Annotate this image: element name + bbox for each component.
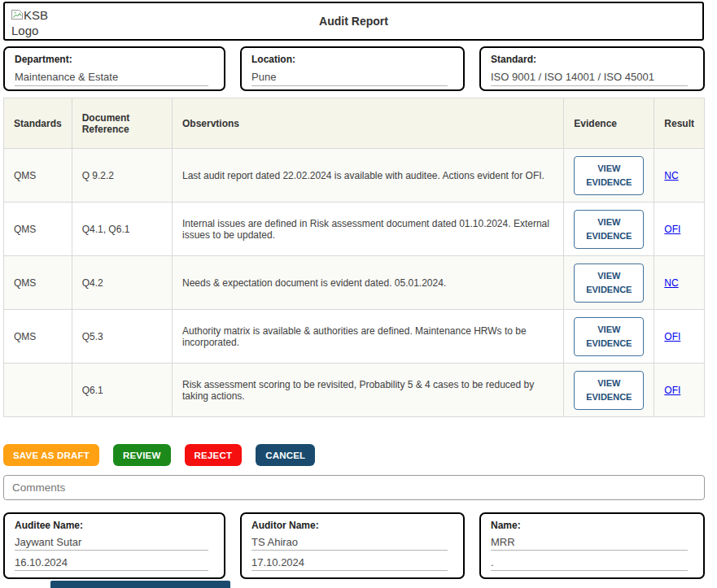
review-button[interactable]: REVIEW (113, 444, 171, 466)
header-standards: Standards (4, 98, 72, 149)
ksb-logo-broken-image: KSB Logo (11, 7, 68, 40)
cell-standard: QMS (4, 149, 72, 203)
name-value[interactable]: MRR (491, 536, 688, 551)
actions-row: SAVE AS DRAFT REVIEW REJECT CANCEL (3, 444, 315, 466)
header-observations: Observtions (172, 98, 563, 149)
cell-doc-ref: Q4.1, Q6.1 (72, 203, 172, 256)
header-result: Result (654, 98, 705, 149)
department-value[interactable]: Maintenance & Estate (15, 71, 208, 86)
cell-doc-ref: Q5.3 (72, 310, 172, 364)
fields-row: Department: Maintenance & Estate Locatio… (3, 46, 705, 91)
auditor-name-value[interactable]: TS Ahirao (251, 536, 448, 551)
table-row: QMS Q4.1, Q6.1 Internal issues are defin… (4, 203, 705, 256)
location-label: Location: (251, 54, 453, 65)
save-as-draft-button[interactable]: SAVE AS DRAFT (3, 444, 99, 466)
auditee-name-label: Auditee Name: (15, 520, 214, 531)
signatures-row: Auditee Name: Jaywant Sutar 16.10.2024 A… (3, 512, 705, 579)
auditor-date-value[interactable]: 17.10.2024 (251, 556, 448, 571)
view-evidence-button[interactable]: VIEW EVIDENCE (574, 317, 644, 356)
table-header-row: Standards Document Reference Observtions… (4, 98, 705, 149)
view-evidence-button[interactable]: VIEW EVIDENCE (574, 264, 644, 303)
cell-standard: QMS (4, 256, 72, 310)
comments-input[interactable] (3, 475, 705, 500)
table-row: QMS Q4.2 Needs & expectation document is… (4, 256, 705, 310)
cell-doc-ref: Q 9.2.2 (72, 149, 172, 203)
cell-standard: QMS (4, 310, 72, 364)
auditor-box: Auditor Name: TS Ahirao 17.10.2024 (240, 512, 465, 579)
header-evidence: Evidence (564, 98, 654, 149)
standard-label: Standard: (491, 54, 693, 65)
name-label: Name: (491, 520, 693, 531)
location-value[interactable]: Pune (251, 71, 448, 86)
cell-doc-ref: Q4.2 (72, 256, 172, 310)
broken-image-icon (11, 8, 24, 22)
name-date-value[interactable]: . (491, 556, 688, 571)
auditee-box: Auditee Name: Jaywant Sutar 16.10.2024 (3, 512, 225, 579)
view-evidence-button[interactable]: VIEW EVIDENCE (574, 371, 644, 410)
reject-button[interactable]: REJECT (185, 444, 243, 466)
header-document-reference: Document Reference (72, 98, 172, 149)
auditee-date-value[interactable]: 16.10.2024 (15, 556, 208, 571)
result-link[interactable]: OFI (664, 224, 680, 235)
table-row: QMS Q5.3 Authority matrix is available &… (4, 310, 705, 364)
report-header: KSB Logo Audit Report (3, 2, 704, 41)
result-link[interactable]: NC (664, 277, 678, 289)
cancel-button[interactable]: CANCEL (256, 444, 315, 466)
result-link[interactable]: OFI (664, 385, 680, 396)
page-title: Audit Report (5, 3, 702, 39)
cell-standard: QMS (4, 203, 72, 256)
department-field-box: Department: Maintenance & Estate (3, 46, 225, 91)
table-row: QMS Q 9.2.2 Last audit report dated 22.0… (4, 149, 705, 203)
cell-observation: Internal issues are defined in Risk asse… (172, 203, 563, 256)
standard-value[interactable]: ISO 9001 / ISO 14001 / ISO 45001 (491, 71, 688, 86)
view-evidence-button[interactable]: VIEW EVIDENCE (574, 156, 644, 195)
cell-doc-ref: Q6.1 (72, 364, 172, 417)
auditor-name-label: Auditor Name: (251, 520, 453, 531)
bottom-bar-fragment (50, 581, 230, 588)
table-row: Q6.1 Risk assessment scoring to be revis… (4, 364, 705, 417)
cell-standard (4, 364, 72, 417)
result-link[interactable]: OFI (664, 331, 680, 342)
result-link[interactable]: NC (664, 170, 678, 181)
audit-report-page: KSB Logo Audit Report Department: Mainte… (0, 0, 717, 588)
cell-observation: Needs & expectation document is evident … (172, 256, 563, 310)
name-box: Name: MRR . (479, 512, 705, 579)
cell-observation: Risk assessment scoring to be revisited,… (172, 364, 563, 417)
cell-observation: Authority matrix is available & authorit… (172, 310, 563, 364)
cell-observation: Last audit report dated 22.02.2024 is av… (172, 149, 563, 203)
location-field-box: Location: Pune (240, 46, 465, 91)
view-evidence-button[interactable]: VIEW EVIDENCE (574, 210, 644, 249)
standard-field-box: Standard: ISO 9001 / ISO 14001 / ISO 450… (479, 46, 705, 91)
auditee-name-value[interactable]: Jaywant Sutar (15, 536, 208, 551)
observations-table: Standards Document Reference Observtions… (3, 98, 705, 417)
department-label: Department: (15, 54, 214, 65)
